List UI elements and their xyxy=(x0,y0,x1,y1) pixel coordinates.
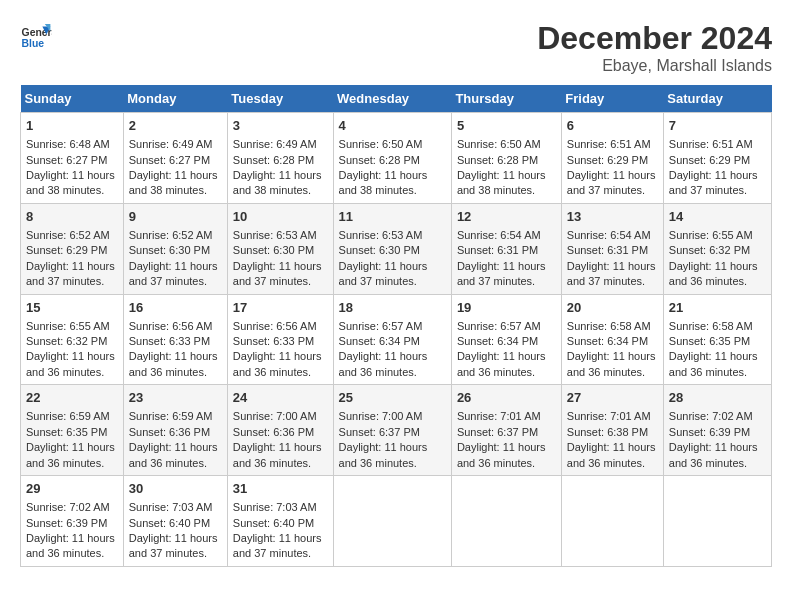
daylight-label: Daylight: 11 hours and 36 minutes. xyxy=(129,441,218,468)
calendar-cell: 20Sunrise: 6:58 AMSunset: 6:34 PMDayligh… xyxy=(561,294,663,385)
daylight-label: Daylight: 11 hours and 36 minutes. xyxy=(669,441,758,468)
sunrise-label: Sunrise: 6:53 AM xyxy=(233,229,317,241)
daylight-label: Daylight: 11 hours and 36 minutes. xyxy=(26,532,115,559)
sunrise-label: Sunrise: 6:58 AM xyxy=(567,320,651,332)
day-number: 4 xyxy=(339,117,446,135)
sunset-label: Sunset: 6:33 PM xyxy=(233,335,314,347)
day-number: 30 xyxy=(129,480,222,498)
sunrise-label: Sunrise: 7:03 AM xyxy=(233,501,317,513)
calendar-cell: 9Sunrise: 6:52 AMSunset: 6:30 PMDaylight… xyxy=(123,203,227,294)
calendar-cell: 7Sunrise: 6:51 AMSunset: 6:29 PMDaylight… xyxy=(663,113,771,204)
calendar-cell: 19Sunrise: 6:57 AMSunset: 6:34 PMDayligh… xyxy=(451,294,561,385)
title-section: December 2024 Ebaye, Marshall Islands xyxy=(537,20,772,75)
day-header: Thursday xyxy=(451,85,561,113)
day-number: 31 xyxy=(233,480,328,498)
day-number: 10 xyxy=(233,208,328,226)
sunrise-label: Sunrise: 6:49 AM xyxy=(129,138,213,150)
daylight-label: Daylight: 11 hours and 38 minutes. xyxy=(26,169,115,196)
calendar-week-row: 1Sunrise: 6:48 AMSunset: 6:27 PMDaylight… xyxy=(21,113,772,204)
daylight-label: Daylight: 11 hours and 37 minutes. xyxy=(233,260,322,287)
calendar-cell: 12Sunrise: 6:54 AMSunset: 6:31 PMDayligh… xyxy=(451,203,561,294)
day-number: 25 xyxy=(339,389,446,407)
calendar-week-row: 15Sunrise: 6:55 AMSunset: 6:32 PMDayligh… xyxy=(21,294,772,385)
sunset-label: Sunset: 6:30 PM xyxy=(233,244,314,256)
sunrise-label: Sunrise: 6:48 AM xyxy=(26,138,110,150)
daylight-label: Daylight: 11 hours and 36 minutes. xyxy=(567,441,656,468)
daylight-label: Daylight: 11 hours and 36 minutes. xyxy=(233,441,322,468)
sunrise-label: Sunrise: 6:52 AM xyxy=(26,229,110,241)
sunset-label: Sunset: 6:36 PM xyxy=(129,426,210,438)
day-number: 23 xyxy=(129,389,222,407)
calendar-cell: 8Sunrise: 6:52 AMSunset: 6:29 PMDaylight… xyxy=(21,203,124,294)
calendar-header-row: SundayMondayTuesdayWednesdayThursdayFrid… xyxy=(21,85,772,113)
calendar-cell: 4Sunrise: 6:50 AMSunset: 6:28 PMDaylight… xyxy=(333,113,451,204)
calendar-cell: 13Sunrise: 6:54 AMSunset: 6:31 PMDayligh… xyxy=(561,203,663,294)
daylight-label: Daylight: 11 hours and 36 minutes. xyxy=(669,350,758,377)
calendar-cell: 15Sunrise: 6:55 AMSunset: 6:32 PMDayligh… xyxy=(21,294,124,385)
calendar-cell: 26Sunrise: 7:01 AMSunset: 6:37 PMDayligh… xyxy=(451,385,561,476)
sunset-label: Sunset: 6:32 PM xyxy=(669,244,750,256)
daylight-label: Daylight: 11 hours and 36 minutes. xyxy=(26,441,115,468)
sunrise-label: Sunrise: 6:51 AM xyxy=(567,138,651,150)
sunrise-label: Sunrise: 6:58 AM xyxy=(669,320,753,332)
daylight-label: Daylight: 11 hours and 36 minutes. xyxy=(457,441,546,468)
sunset-label: Sunset: 6:30 PM xyxy=(129,244,210,256)
calendar-cell: 22Sunrise: 6:59 AMSunset: 6:35 PMDayligh… xyxy=(21,385,124,476)
daylight-label: Daylight: 11 hours and 38 minutes. xyxy=(339,169,428,196)
daylight-label: Daylight: 11 hours and 38 minutes. xyxy=(457,169,546,196)
daylight-label: Daylight: 11 hours and 38 minutes. xyxy=(129,169,218,196)
sunrise-label: Sunrise: 6:50 AM xyxy=(457,138,541,150)
subtitle: Ebaye, Marshall Islands xyxy=(537,57,772,75)
sunrise-label: Sunrise: 7:02 AM xyxy=(26,501,110,513)
sunset-label: Sunset: 6:33 PM xyxy=(129,335,210,347)
day-header: Sunday xyxy=(21,85,124,113)
calendar-body: 1Sunrise: 6:48 AMSunset: 6:27 PMDaylight… xyxy=(21,113,772,567)
calendar-week-row: 29Sunrise: 7:02 AMSunset: 6:39 PMDayligh… xyxy=(21,476,772,567)
sunset-label: Sunset: 6:29 PM xyxy=(26,244,107,256)
sunset-label: Sunset: 6:32 PM xyxy=(26,335,107,347)
day-number: 22 xyxy=(26,389,118,407)
daylight-label: Daylight: 11 hours and 37 minutes. xyxy=(233,532,322,559)
sunset-label: Sunset: 6:40 PM xyxy=(129,517,210,529)
sunset-label: Sunset: 6:27 PM xyxy=(26,154,107,166)
calendar-cell xyxy=(333,476,451,567)
sunset-label: Sunset: 6:29 PM xyxy=(567,154,648,166)
calendar-cell: 14Sunrise: 6:55 AMSunset: 6:32 PMDayligh… xyxy=(663,203,771,294)
sunset-label: Sunset: 6:28 PM xyxy=(233,154,314,166)
sunrise-label: Sunrise: 6:54 AM xyxy=(457,229,541,241)
sunset-label: Sunset: 6:37 PM xyxy=(457,426,538,438)
daylight-label: Daylight: 11 hours and 36 minutes. xyxy=(339,441,428,468)
svg-text:Blue: Blue xyxy=(22,38,45,49)
day-number: 17 xyxy=(233,299,328,317)
sunrise-label: Sunrise: 6:57 AM xyxy=(457,320,541,332)
calendar-cell: 28Sunrise: 7:02 AMSunset: 6:39 PMDayligh… xyxy=(663,385,771,476)
day-number: 8 xyxy=(26,208,118,226)
day-number: 12 xyxy=(457,208,556,226)
day-header: Tuesday xyxy=(227,85,333,113)
calendar-cell: 3Sunrise: 6:49 AMSunset: 6:28 PMDaylight… xyxy=(227,113,333,204)
calendar-cell: 23Sunrise: 6:59 AMSunset: 6:36 PMDayligh… xyxy=(123,385,227,476)
sunrise-label: Sunrise: 6:52 AM xyxy=(129,229,213,241)
day-number: 2 xyxy=(129,117,222,135)
calendar-cell: 18Sunrise: 6:57 AMSunset: 6:34 PMDayligh… xyxy=(333,294,451,385)
calendar-cell: 5Sunrise: 6:50 AMSunset: 6:28 PMDaylight… xyxy=(451,113,561,204)
sunrise-label: Sunrise: 7:00 AM xyxy=(233,410,317,422)
sunrise-label: Sunrise: 6:50 AM xyxy=(339,138,423,150)
calendar-cell: 6Sunrise: 6:51 AMSunset: 6:29 PMDaylight… xyxy=(561,113,663,204)
sunset-label: Sunset: 6:35 PM xyxy=(26,426,107,438)
sunrise-label: Sunrise: 6:55 AM xyxy=(26,320,110,332)
day-header: Saturday xyxy=(663,85,771,113)
calendar-cell: 21Sunrise: 6:58 AMSunset: 6:35 PMDayligh… xyxy=(663,294,771,385)
calendar-cell: 30Sunrise: 7:03 AMSunset: 6:40 PMDayligh… xyxy=(123,476,227,567)
sunrise-label: Sunrise: 7:03 AM xyxy=(129,501,213,513)
sunrise-label: Sunrise: 7:02 AM xyxy=(669,410,753,422)
daylight-label: Daylight: 11 hours and 37 minutes. xyxy=(26,260,115,287)
calendar-cell: 27Sunrise: 7:01 AMSunset: 6:38 PMDayligh… xyxy=(561,385,663,476)
calendar-cell: 16Sunrise: 6:56 AMSunset: 6:33 PMDayligh… xyxy=(123,294,227,385)
day-number: 16 xyxy=(129,299,222,317)
sunset-label: Sunset: 6:40 PM xyxy=(233,517,314,529)
daylight-label: Daylight: 11 hours and 37 minutes. xyxy=(567,260,656,287)
day-number: 11 xyxy=(339,208,446,226)
sunrise-label: Sunrise: 6:59 AM xyxy=(26,410,110,422)
daylight-label: Daylight: 11 hours and 36 minutes. xyxy=(233,350,322,377)
